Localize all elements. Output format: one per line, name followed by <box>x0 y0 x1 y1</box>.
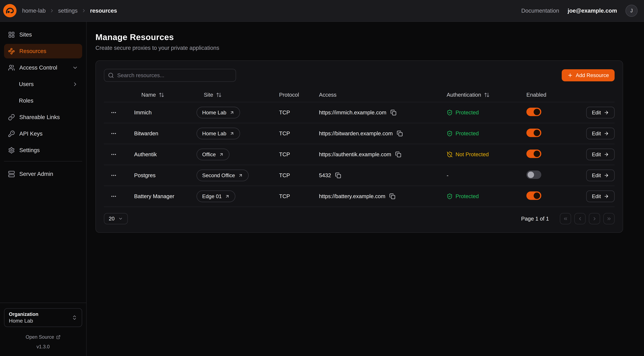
edit-button[interactable]: Edit <box>586 170 614 181</box>
site-name: Second Office <box>202 172 235 178</box>
arrow-up-right-icon <box>219 152 224 157</box>
add-resource-button[interactable]: Add Resource <box>562 69 614 81</box>
sidebar-item-roles[interactable]: Roles <box>4 94 82 108</box>
main-content: Manage Resources Create secure proxies t… <box>86 22 644 356</box>
column-header-site[interactable]: Site <box>196 92 279 98</box>
chevron-down-icon <box>118 216 123 221</box>
sidebar-item-label: API Keys <box>19 130 42 137</box>
sidebar-item-users[interactable]: Users <box>4 77 82 92</box>
sidebar-item-sites[interactable]: Sites <box>4 28 82 42</box>
access-url: https://battery.example.com <box>319 193 385 200</box>
grid-icon <box>8 31 15 38</box>
copy-button[interactable] <box>335 172 341 178</box>
first-page-button[interactable] <box>560 213 571 224</box>
site-name: Edge 01 <box>202 194 222 199</box>
row-menu-button[interactable] <box>108 128 119 139</box>
column-header-access: Access <box>319 92 447 98</box>
page-size-select[interactable]: 20 <box>104 213 128 224</box>
shield-check-icon <box>447 130 453 136</box>
copy-icon <box>335 172 341 178</box>
table-footer: 20 Page 1 of 1 <box>104 213 614 224</box>
chevron-right-icon <box>81 8 86 13</box>
external-link-icon <box>56 335 60 339</box>
sidebar-item-label: Roles <box>19 98 33 104</box>
copy-icon <box>397 130 403 136</box>
column-header-authentication[interactable]: Authentication <box>447 92 526 98</box>
sidebar-item-shareable-links[interactable]: Shareable Links <box>4 110 82 124</box>
enabled-toggle[interactable] <box>526 150 541 158</box>
next-page-button[interactable] <box>589 213 600 224</box>
plus-icon <box>567 72 573 78</box>
chevron-right-icon <box>72 81 78 87</box>
server-icon <box>8 170 15 178</box>
edit-button[interactable]: Edit <box>586 148 614 160</box>
copy-button[interactable] <box>390 110 396 116</box>
enabled-toggle[interactable] <box>526 192 541 200</box>
copy-button[interactable] <box>389 193 395 199</box>
column-label: Protocol <box>279 92 299 98</box>
site-name: Home Lab <box>202 130 226 136</box>
column-header-enabled: Enabled <box>526 92 575 98</box>
documentation-link[interactable]: Documentation <box>521 8 559 14</box>
row-menu-button[interactable] <box>108 149 119 160</box>
edit-button[interactable]: Edit <box>586 190 614 202</box>
edit-button[interactable]: Edit <box>586 128 614 139</box>
sidebar-item-api-keys[interactable]: API Keys <box>4 126 82 141</box>
previous-page-button[interactable] <box>574 213 586 224</box>
site-link-button[interactable]: Home Lab <box>196 128 240 139</box>
copy-button[interactable] <box>395 152 401 158</box>
auth-status: Not Protected <box>456 151 489 158</box>
enabled-toggle[interactable] <box>526 128 541 137</box>
copy-icon <box>390 110 396 116</box>
sidebar-item-access-control[interactable]: Access Control <box>4 60 82 75</box>
sidebar-divider <box>4 161 82 162</box>
sidebar-item-label: Shareable Links <box>19 114 60 120</box>
copy-button[interactable] <box>397 130 403 136</box>
resource-protocol: TCP <box>279 130 319 137</box>
auth-status: Protected <box>456 193 479 200</box>
sidebar-item-resources[interactable]: Resources <box>4 44 82 58</box>
app-logo-icon[interactable] <box>3 4 16 17</box>
column-header-name[interactable]: Name <box>134 92 196 98</box>
shield-check-icon <box>447 193 453 199</box>
breadcrumb-settings[interactable]: settings <box>58 8 78 14</box>
edit-button[interactable]: Edit <box>586 107 614 118</box>
ellipsis-icon <box>110 130 117 136</box>
arrow-right-icon <box>604 173 609 178</box>
enabled-toggle[interactable] <box>526 108 541 116</box>
column-header-protocol: Protocol <box>279 92 319 98</box>
arrow-right-icon <box>604 194 609 199</box>
site-link-button[interactable]: Edge 01 <box>196 190 235 202</box>
site-link-button[interactable]: Home Lab <box>196 107 240 118</box>
sidebar-item-server-admin[interactable]: Server Admin <box>4 167 82 181</box>
chevrons-up-down-icon <box>72 315 77 320</box>
table-row: Authentik Office TCP https://authentik.e… <box>104 144 614 165</box>
shield-off-icon <box>447 152 453 158</box>
ellipsis-icon <box>110 110 117 116</box>
last-page-button[interactable] <box>603 213 614 224</box>
auth-status: Protected <box>456 130 479 137</box>
edit-label: Edit <box>592 172 601 178</box>
search-input[interactable] <box>104 69 236 82</box>
row-menu-button[interactable] <box>108 107 119 118</box>
enabled-toggle[interactable] <box>526 170 541 179</box>
chevron-right-icon <box>49 8 54 13</box>
row-menu-button[interactable] <box>108 170 119 181</box>
table-toolbar: Add Resource <box>104 69 614 82</box>
page-title: Manage Resources <box>96 32 623 42</box>
sidebar-item-settings[interactable]: Settings <box>4 143 82 158</box>
avatar[interactable]: J <box>626 5 638 17</box>
open-source-link[interactable]: Open Source <box>4 334 82 340</box>
site-link-button[interactable]: Second Office <box>196 170 249 181</box>
table-row: Bitwarden Home Lab TCP https://bitwarden… <box>104 123 614 144</box>
resource-name: Bitwarden <box>134 130 196 137</box>
sidebar-footer: Organization Home Lab Open Source v1.3.0 <box>0 302 86 356</box>
organization-selector[interactable]: Organization Home Lab <box>4 308 82 327</box>
breadcrumb: home-lab settings resources <box>22 8 117 14</box>
breadcrumb-org[interactable]: home-lab <box>22 8 46 14</box>
row-menu-button[interactable] <box>108 191 119 202</box>
site-link-button[interactable]: Office <box>196 148 230 160</box>
user-email[interactable]: joe@example.com <box>568 8 617 14</box>
table-row: Immich Home Lab TCP https://immich.examp… <box>104 102 614 123</box>
link-icon <box>8 114 15 121</box>
